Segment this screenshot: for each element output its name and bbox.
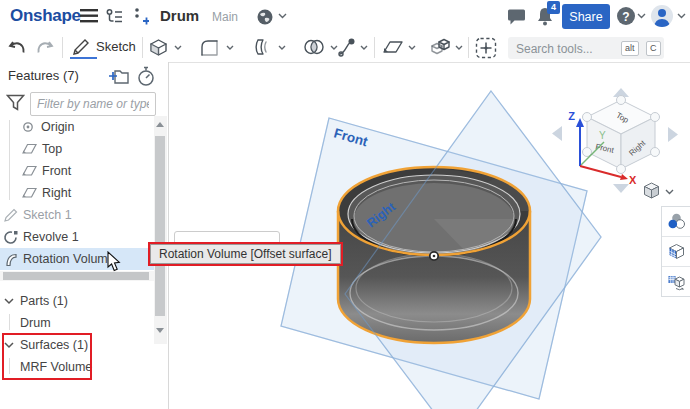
sweep-dropdown-caret-icon[interactable] bbox=[360, 45, 368, 51]
feature-item-label: Top bbox=[42, 138, 62, 160]
view-cube-icon bbox=[643, 182, 660, 200]
sketch-pencil-icon bbox=[72, 38, 92, 56]
hamburger-menu-icon[interactable] bbox=[80, 9, 98, 23]
toolbar-divider bbox=[62, 37, 63, 58]
feature-item-label: Origin bbox=[41, 116, 74, 138]
feature-item-label: Right bbox=[42, 182, 71, 204]
features-panel-title: Features (7) bbox=[8, 68, 79, 83]
plane-icon bbox=[22, 186, 37, 199]
mate-connector-tool-icon[interactable] bbox=[475, 37, 497, 59]
display-states-icon bbox=[667, 213, 686, 230]
view-cube[interactable]: Top Front Right bbox=[583, 96, 660, 174]
scroll-up-arrow[interactable] bbox=[156, 122, 164, 127]
origin-icon bbox=[21, 120, 35, 134]
viewport-tool-stack bbox=[661, 206, 690, 297]
onshape-app-window: Onshape Drum Main 4 Share ? bbox=[0, 0, 690, 409]
shortcut-key-alt: alt bbox=[621, 41, 639, 56]
share-button[interactable]: Share bbox=[562, 4, 610, 29]
globe-icon[interactable] bbox=[256, 8, 274, 26]
sketch-active-indicator bbox=[70, 57, 97, 59]
boolean-tool-icon[interactable] bbox=[303, 38, 325, 56]
view-options-button[interactable] bbox=[641, 181, 679, 201]
svg-text:?: ? bbox=[622, 10, 629, 24]
part-item-drum[interactable]: Drum bbox=[0, 312, 168, 334]
feature-item-front[interactable]: Front bbox=[0, 160, 154, 182]
feature-item-rotation-volume[interactable]: Rotation Volume bbox=[0, 248, 154, 270]
help-menu-caret-icon[interactable] bbox=[637, 13, 646, 19]
toolbar-divider bbox=[142, 37, 143, 58]
sweep-tool-icon[interactable] bbox=[337, 37, 358, 58]
search-tools-box[interactable]: alt C bbox=[508, 37, 664, 59]
app-header: Onshape Drum Main 4 Share ? bbox=[0, 0, 690, 34]
redo-icon[interactable] bbox=[36, 39, 54, 55]
scrollbar-thumb[interactable] bbox=[3, 272, 149, 280]
display-states-button[interactable] bbox=[662, 207, 690, 237]
extrude-dropdown-caret-icon[interactable] bbox=[174, 45, 182, 51]
new-folder-icon[interactable] bbox=[108, 67, 129, 85]
offset-surface-icon bbox=[4, 252, 19, 267]
mouse-cursor bbox=[107, 251, 123, 272]
scrollbar-thumb[interactable] bbox=[155, 136, 165, 316]
parts-section-label: Parts (1) bbox=[20, 290, 68, 312]
account-menu-caret-icon[interactable] bbox=[677, 13, 686, 19]
parts-section-header[interactable]: Parts (1) bbox=[0, 290, 168, 312]
user-avatar[interactable] bbox=[651, 5, 673, 27]
feature-item-sketch1[interactable]: Sketch 1 bbox=[0, 204, 154, 226]
view-options-caret-icon bbox=[665, 189, 674, 195]
feature-item-right[interactable]: Right bbox=[0, 182, 154, 204]
revolve-icon bbox=[3, 230, 18, 245]
section-view-button[interactable] bbox=[662, 237, 690, 267]
extrude-tool-icon[interactable] bbox=[148, 37, 169, 58]
section-view-icon bbox=[667, 243, 686, 260]
plane-icon bbox=[22, 164, 37, 177]
versions-tree-icon[interactable] bbox=[106, 8, 123, 25]
help-icon[interactable]: ? bbox=[616, 6, 636, 26]
plane-dropdown-caret-icon[interactable] bbox=[408, 45, 416, 51]
plane-tool-icon[interactable] bbox=[382, 38, 404, 56]
create-version-icon[interactable] bbox=[132, 7, 149, 26]
notification-count-badge: 4 bbox=[547, 1, 560, 14]
toolbar-divider bbox=[374, 37, 375, 58]
filter-input[interactable] bbox=[30, 92, 156, 116]
comments-icon[interactable] bbox=[507, 9, 526, 25]
onshape-logo[interactable]: Onshape bbox=[10, 6, 81, 26]
search-tools-input[interactable] bbox=[514, 39, 620, 58]
transform-dropdown-caret-icon[interactable] bbox=[455, 45, 463, 51]
document-title[interactable]: Drum bbox=[160, 7, 199, 24]
rollback-history-icon[interactable] bbox=[136, 66, 156, 87]
rotate-right-arrow[interactable] bbox=[668, 127, 678, 142]
z-axis-label: Z bbox=[568, 110, 575, 122]
shortcut-key-c: C bbox=[646, 41, 661, 56]
chevron-down-icon bbox=[4, 298, 14, 305]
rotate-down-arrow[interactable] bbox=[613, 184, 629, 193]
filter-icon[interactable] bbox=[6, 94, 25, 112]
features-panel: Features (7) Origin Top bbox=[0, 62, 169, 409]
rotate-left-arrow[interactable] bbox=[552, 126, 562, 141]
sketch-icon bbox=[4, 208, 19, 222]
plane-icon bbox=[22, 142, 37, 155]
feature-item-revolve1[interactable]: Revolve 1 bbox=[0, 226, 154, 248]
feature-tooltip: Rotation Volume [Offset surface] bbox=[150, 244, 341, 264]
feature-item-top[interactable]: Top bbox=[0, 138, 154, 160]
feature-item-label: Revolve 1 bbox=[23, 226, 79, 248]
part-item-label: Drum bbox=[20, 312, 51, 334]
tree-horizontal-scrollbar[interactable] bbox=[0, 271, 154, 281]
shell-tool-icon[interactable] bbox=[251, 37, 272, 58]
sketch-button-label: Sketch bbox=[96, 39, 136, 54]
named-views-icon bbox=[667, 273, 686, 291]
tooltip-annotation-box: Rotation Volume [Offset surface] bbox=[148, 242, 343, 266]
x-axis-label: X bbox=[629, 174, 637, 186]
feature-item-origin[interactable]: Origin bbox=[0, 116, 154, 138]
undo-icon[interactable] bbox=[8, 39, 26, 55]
document-menu-caret-icon[interactable] bbox=[278, 13, 287, 19]
toolbar-divider bbox=[468, 37, 469, 58]
shell-dropdown-caret-icon[interactable] bbox=[278, 45, 286, 51]
named-views-button[interactable] bbox=[662, 267, 690, 296]
surfaces-annotation-box bbox=[2, 333, 92, 380]
transform-tool-icon[interactable] bbox=[430, 37, 452, 58]
workspace-name[interactable]: Main bbox=[212, 10, 238, 24]
feature-item-label: Front bbox=[42, 160, 71, 182]
fillet-dropdown-caret-icon[interactable] bbox=[226, 45, 234, 51]
fillet-tool-icon[interactable] bbox=[199, 37, 220, 58]
origin-point[interactable] bbox=[430, 252, 438, 260]
